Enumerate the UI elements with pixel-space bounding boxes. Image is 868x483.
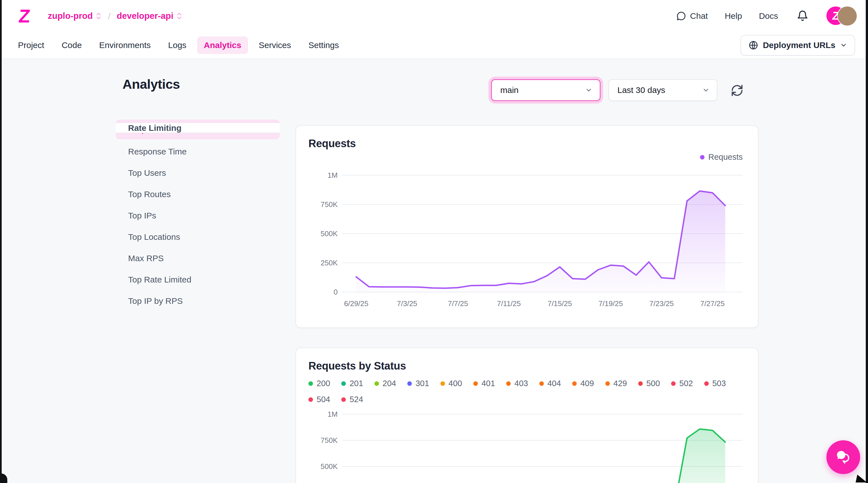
nav-tabs: ProjectCodeEnvironmentsLogsAnalyticsServ… — [11, 36, 345, 54]
svg-text:7/7/25: 7/7/25 — [448, 299, 468, 308]
legend-dot — [341, 397, 346, 402]
help-label: Help — [725, 11, 742, 21]
legend-label: 524 — [349, 395, 363, 404]
tab-code[interactable]: Code — [55, 36, 89, 54]
zuplo-logo-icon[interactable]: Z — [14, 7, 34, 25]
sidebar-item-max-rps[interactable]: Max RPS — [116, 253, 280, 263]
legend-label: 204 — [382, 379, 396, 388]
refresh-button[interactable] — [730, 83, 744, 98]
tab-project[interactable]: Project — [11, 36, 51, 54]
legend-dot — [308, 397, 313, 402]
help-link[interactable]: Help — [725, 11, 742, 21]
breadcrumb-environment-selector[interactable]: developer-api — [117, 11, 183, 21]
svg-text:0: 0 — [334, 288, 338, 296]
legend-label: 504 — [317, 395, 330, 404]
legend-dot — [606, 381, 610, 386]
docs-link[interactable]: Docs — [759, 11, 778, 21]
sidebar-item-top-users[interactable]: Top Users — [116, 168, 280, 178]
legend-item-502: 502 — [671, 379, 693, 388]
tab-analytics[interactable]: Analytics — [197, 36, 248, 54]
legend-dot — [704, 381, 709, 386]
chat-bubbles-icon — [835, 448, 852, 466]
analytics-sidebar: PrimaryRequestResponse TimeTop 10Top Use… — [116, 123, 280, 317]
bell-icon — [797, 10, 808, 22]
svg-text:7/11/25: 7/11/25 — [497, 299, 521, 308]
account-menu[interactable]: Z — [827, 6, 857, 26]
svg-text:750K: 750K — [320, 200, 338, 208]
refresh-icon — [731, 84, 744, 97]
legend-dot — [440, 381, 445, 386]
svg-text:750K: 750K — [320, 436, 338, 445]
chevron-down-icon — [840, 41, 847, 49]
requests-area-chart: 1M750K500K250K06/29/257/3/257/7/257/11/2… — [308, 164, 747, 310]
legend-item-404: 404 — [539, 379, 561, 388]
svg-text:7/19/25: 7/19/25 — [599, 299, 623, 308]
legend-dot — [341, 381, 346, 386]
legend-label: 404 — [548, 379, 561, 388]
legend-item-201: 201 — [341, 379, 363, 388]
legend-dot — [407, 381, 412, 386]
svg-text:7/3/25: 7/3/25 — [397, 299, 417, 308]
breadcrumb-project-selector[interactable]: zuplo-prod — [48, 11, 102, 21]
date-range-select[interactable]: Last 30 days — [609, 79, 717, 101]
legend-dot — [539, 381, 544, 386]
legend-label: 403 — [514, 379, 528, 388]
tab-environments[interactable]: Environments — [92, 36, 157, 54]
legend-item-400: 400 — [440, 379, 462, 388]
svg-text:7/23/25: 7/23/25 — [649, 299, 674, 308]
breadcrumb-project-label: zuplo-prod — [48, 11, 93, 21]
legend-label: 409 — [580, 379, 594, 388]
tab-services[interactable]: Services — [252, 36, 298, 54]
svg-text:1M: 1M — [328, 410, 338, 418]
legend-label: 503 — [712, 379, 726, 388]
sidebar-item-top-routes[interactable]: Top Routes — [116, 189, 280, 199]
header-actions: Chat Help Docs Z — [676, 6, 857, 26]
svg-text:500K: 500K — [320, 462, 338, 471]
tab-logs[interactable]: Logs — [161, 36, 193, 54]
requests-by-status-card: Requests by Status 200201204301400401403… — [296, 348, 758, 483]
sidebar-item-top-rate-limited[interactable]: Top Rate Limited — [116, 275, 280, 285]
tab-settings[interactable]: Settings — [302, 36, 345, 54]
legend-item-429: 429 — [606, 379, 627, 388]
requests-card: Requests Requests 1M750K500K250K06/29/25… — [296, 125, 758, 328]
legend-dot — [506, 381, 511, 386]
legend-item-409: 409 — [572, 379, 594, 388]
chevron-down-icon — [585, 87, 592, 94]
sidebar-item-top-ips[interactable]: Top IPs — [116, 211, 280, 221]
window-edge-right — [866, 0, 868, 483]
deployment-urls-button[interactable]: Deployment URLs — [741, 35, 855, 56]
sidebar-item-response-time[interactable]: Response Time — [116, 147, 280, 157]
breadcrumb-environment-label: developer-api — [117, 11, 174, 21]
docs-label: Docs — [759, 11, 778, 21]
legend-label: 401 — [482, 379, 495, 388]
legend-dot — [638, 381, 643, 386]
legend-item-requests: Requests — [700, 153, 743, 162]
svg-text:1M: 1M — [328, 171, 338, 180]
chevron-updown-icon — [176, 12, 182, 20]
sidebar-item-top-ip-by-rps[interactable]: Top IP by RPS — [116, 296, 280, 306]
svg-text:7/15/25: 7/15/25 — [548, 299, 572, 308]
primary-nav: ProjectCodeEnvironmentsLogsAnalyticsServ… — [0, 32, 868, 58]
legend-item-200: 200 — [308, 379, 330, 388]
globe-icon — [748, 40, 758, 50]
status-area-chart: 1M750K500K250K06/29/257/3/257/7/257/11/2… — [308, 406, 747, 483]
date-range-value: Last 30 days — [617, 85, 665, 95]
legend-label: 400 — [448, 379, 462, 388]
legend-item-403: 403 — [506, 379, 528, 388]
requests-legend: Requests — [308, 153, 746, 162]
legend-item-204: 204 — [374, 379, 396, 388]
legend-label: 201 — [349, 379, 363, 388]
mouse-cursor — [855, 474, 868, 483]
legend-label: 502 — [679, 379, 693, 388]
chat-link[interactable]: Chat — [676, 11, 708, 21]
legend-dot — [671, 381, 676, 386]
legend-label: 500 — [646, 379, 660, 388]
app-header: Z zuplo-prod / developer-api Chat — [0, 0, 868, 59]
notifications-button[interactable] — [797, 10, 808, 22]
chat-label: Chat — [690, 11, 708, 21]
support-chat-fab[interactable] — [827, 440, 860, 474]
legend-item-524: 524 — [341, 395, 363, 404]
legend-label: 301 — [415, 379, 429, 388]
sidebar-item-top-locations[interactable]: Top Locations — [116, 232, 280, 242]
branch-select[interactable]: main — [491, 79, 600, 101]
